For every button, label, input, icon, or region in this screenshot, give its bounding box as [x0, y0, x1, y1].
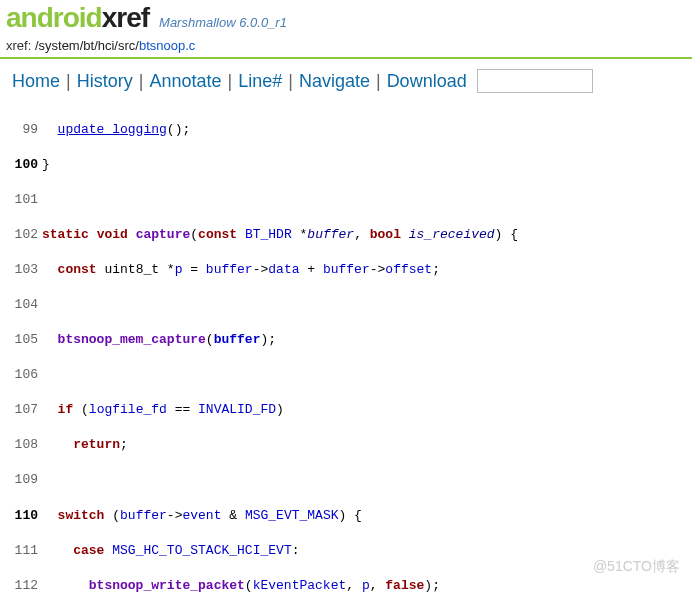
line-number[interactable]: 100: [2, 156, 42, 174]
search-input[interactable]: [477, 69, 593, 93]
line-number[interactable]: 105: [2, 331, 42, 349]
nav-navigate[interactable]: Navigate: [295, 71, 374, 92]
nav-download[interactable]: Download: [383, 71, 471, 92]
nav-home[interactable]: Home: [12, 71, 64, 92]
line-number[interactable]: 106: [2, 366, 42, 384]
logo-row: androidxref Marshmallow 6.0.0_r1: [0, 0, 692, 34]
line-number[interactable]: 108: [2, 436, 42, 454]
code-line: const uint8_t *p = buffer->data + buffer…: [42, 261, 692, 279]
line-number[interactable]: 107: [2, 401, 42, 419]
xref-file[interactable]: btsnoop.c: [139, 38, 195, 53]
code-line: btsnoop_mem_capture(buffer);: [42, 331, 692, 349]
watermark: @51CTO博客: [593, 558, 680, 576]
code-line: btsnoop_write_packet(kEventPacket, p, fa…: [42, 577, 692, 593]
code-line: [42, 366, 692, 384]
line-number[interactable]: 102: [2, 226, 42, 244]
code-line: update_logging();: [42, 121, 692, 139]
logo-main: androidxref: [6, 2, 149, 34]
code-line: return;: [42, 436, 692, 454]
code-line: if (logfile_fd == INVALID_FD): [42, 401, 692, 419]
line-number[interactable]: 99: [2, 121, 42, 139]
nav-bar: Home| History| Annotate| Line#| Navigate…: [0, 59, 692, 103]
logo-left: android: [6, 2, 102, 33]
line-number[interactable]: 103: [2, 261, 42, 279]
code-line: static void capture(const BT_HDR *buffer…: [42, 226, 692, 244]
code-line: case MSG_HC_TO_STACK_HCI_EVT:: [42, 542, 692, 560]
code-view[interactable]: 99 update_logging(); 100} 101 102static …: [0, 103, 692, 593]
xref-path[interactable]: /system/bt/hci/src/: [35, 38, 139, 53]
line-number[interactable]: 111: [2, 542, 42, 560]
nav-history[interactable]: History: [73, 71, 137, 92]
line-number[interactable]: 104: [2, 296, 42, 314]
line-number[interactable]: 110: [2, 507, 42, 525]
breadcrumb: xref: /system/bt/hci/src/btsnoop.c: [0, 34, 692, 59]
xref-prefix: xref:: [6, 38, 35, 53]
logo-subtitle: Marshmallow 6.0.0_r1: [159, 15, 287, 34]
logo-right: xref: [102, 2, 149, 33]
code-line: }: [42, 156, 692, 174]
line-number[interactable]: 112: [2, 577, 42, 593]
line-number[interactable]: 109: [2, 471, 42, 489]
line-number[interactable]: 101: [2, 191, 42, 209]
code-line: [42, 191, 692, 209]
nav-line[interactable]: Line#: [234, 71, 286, 92]
nav-annotate[interactable]: Annotate: [145, 71, 225, 92]
code-line: [42, 296, 692, 314]
code-line: [42, 471, 692, 489]
code-line: switch (buffer->event & MSG_EVT_MASK) {: [42, 507, 692, 525]
